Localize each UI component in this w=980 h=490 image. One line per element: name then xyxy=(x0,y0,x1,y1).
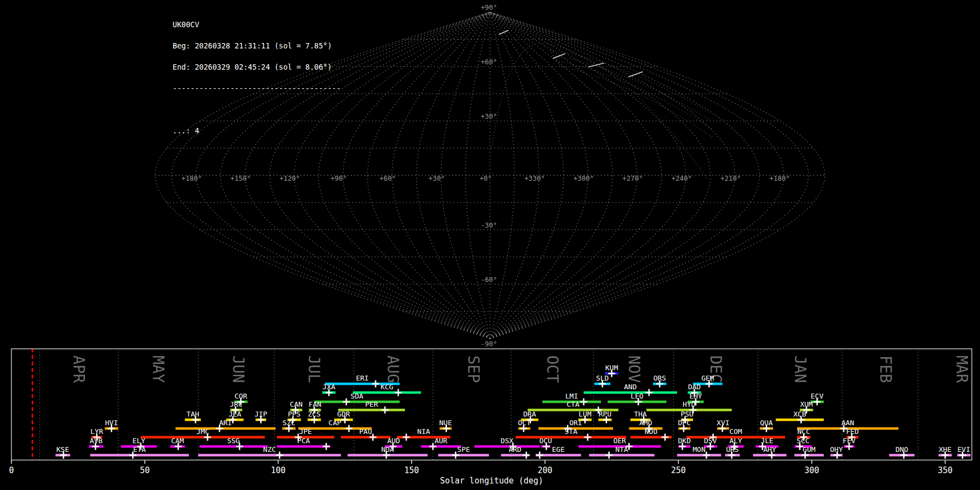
shower-label: SPE xyxy=(457,445,470,454)
shower-label: QUA xyxy=(760,419,773,427)
x-tick-label: 100 xyxy=(271,465,285,475)
shower-label: DRA xyxy=(523,410,536,418)
shower-label: LUM xyxy=(579,410,592,418)
shower-label: NCC xyxy=(798,427,810,436)
lon-axis-label: +0° xyxy=(480,174,492,182)
month-label: AUG xyxy=(384,356,402,383)
shower-label: DSV xyxy=(704,437,717,445)
lat-axis-label: +60° xyxy=(481,58,497,66)
shower-bar xyxy=(421,445,461,448)
shower-label: DKD xyxy=(678,437,691,445)
shower-label: ECV xyxy=(811,392,824,400)
shower-peak-cross xyxy=(584,434,591,441)
meteor-trail xyxy=(553,54,565,58)
separator-line: -------------------------------------- xyxy=(173,85,341,92)
shower-label: NIA xyxy=(417,427,430,436)
shower-bar xyxy=(589,454,654,457)
shower-bar xyxy=(175,427,275,430)
shower-peak-cross xyxy=(536,452,543,459)
shower-bar xyxy=(341,436,390,439)
shower-label: JPE xyxy=(299,427,311,436)
month-label: OCT xyxy=(543,356,561,383)
shower-label: PCA xyxy=(297,437,310,445)
shower-peak-cross xyxy=(395,389,402,396)
shower-label: EVI xyxy=(958,445,970,454)
shower-label: DSX xyxy=(500,437,513,445)
lon-axis-label: +210° xyxy=(720,174,741,182)
shower-label: COM xyxy=(730,427,743,436)
shower-peak-cross xyxy=(345,425,352,432)
shower-bar xyxy=(677,454,721,457)
x-axis-title: Solar longitude (deg) xyxy=(440,476,543,486)
shower-peak-cross xyxy=(646,389,653,396)
shower-label: JRC xyxy=(230,400,242,408)
shower-label: ORS xyxy=(653,374,666,382)
x-tick-label: 250 xyxy=(671,465,685,475)
month-label: JUL xyxy=(305,356,323,383)
shower-label: TAH xyxy=(186,410,199,418)
shower-label: SCC xyxy=(797,437,809,445)
shower-label: GEM xyxy=(701,374,714,382)
lat-axis-label: -90° xyxy=(481,340,497,348)
shower-label: JXA xyxy=(322,383,335,391)
month-label: MAR xyxy=(953,356,971,383)
shower-label: ARI xyxy=(219,419,231,427)
lon-axis-label: +300° xyxy=(573,174,594,182)
shower-label: DNO xyxy=(896,445,909,454)
lat-axis-label: +90° xyxy=(481,3,497,11)
shower-label: CTA xyxy=(567,400,580,408)
shower-label: PER xyxy=(365,400,378,408)
shower-label: ZCS xyxy=(308,410,320,418)
shower-label: AHY xyxy=(763,445,776,454)
meteor-trail xyxy=(499,30,508,34)
session-end: End: 20260329 02:45:24 (sol = 8.06°) xyxy=(173,64,341,71)
month-label: SEP xyxy=(464,356,482,383)
x-tick-label: 50 xyxy=(140,465,150,475)
shower-peak-cross xyxy=(343,399,350,406)
shower-peak-cross xyxy=(580,399,587,406)
shower-label: AND xyxy=(624,383,637,391)
shower-label: XUM xyxy=(800,400,813,408)
shower-label: CAN xyxy=(290,400,302,408)
shower-label: COR xyxy=(235,392,248,400)
shower-peak-cross xyxy=(382,407,389,414)
shower-label: JIP xyxy=(254,410,267,418)
meteor-count: ...: 4 xyxy=(173,127,341,134)
shower-label: ETA xyxy=(133,445,146,454)
shower-label: GUM xyxy=(803,445,816,454)
shower-peak-cross xyxy=(372,381,379,388)
lon-axis-label: +180° xyxy=(181,174,202,182)
shower-label: ARD xyxy=(509,445,522,454)
shower-label: FED xyxy=(846,427,859,436)
shower-label: AMO xyxy=(639,419,652,427)
lon-axis-label: +180° xyxy=(769,174,790,182)
shower-label: ALY xyxy=(730,437,743,445)
shower-bar xyxy=(314,401,400,403)
lon-axis-label: +270° xyxy=(622,174,643,182)
shower-label: EHY xyxy=(689,392,702,400)
shower-label: LMI xyxy=(565,392,578,400)
shower-label: FEV xyxy=(843,437,856,445)
session-begin: Beg: 20260328 21:31:11 (sol = 7.85°) xyxy=(173,42,341,50)
camera-fov-outline xyxy=(561,66,713,138)
shower-label: AVB xyxy=(90,437,103,445)
shower-bar xyxy=(141,436,265,439)
shower-bar xyxy=(277,445,330,448)
shower-label: CAM xyxy=(171,437,184,445)
shower-bar xyxy=(438,454,489,457)
shower-label: ORI xyxy=(569,419,582,427)
shower-label: NOO xyxy=(645,427,658,436)
shower-label: RPU xyxy=(599,410,611,418)
shower-label: JLE xyxy=(761,437,773,445)
camera-fov-outline xyxy=(556,61,712,129)
shower-label: KUM xyxy=(605,364,618,372)
lon-axis-label: +120° xyxy=(279,174,300,182)
x-tick-label: 300 xyxy=(804,465,819,475)
shower-label: SSG xyxy=(227,437,240,445)
shower-label: HVI xyxy=(105,419,118,427)
shower-label: LEO xyxy=(630,392,644,400)
lat-axis-label: -60° xyxy=(481,275,497,284)
shower-label: PSU xyxy=(681,410,693,418)
shower-peak-cross xyxy=(661,434,669,441)
shower-label: CAP xyxy=(328,419,341,427)
